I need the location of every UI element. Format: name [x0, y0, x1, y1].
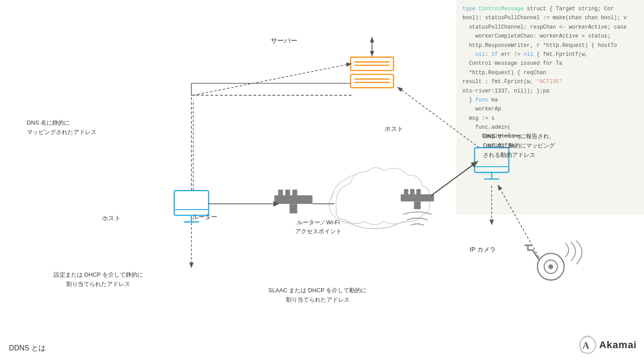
router-wifi-label: ルーター／Wi-Fi アクセスポイント	[295, 218, 342, 236]
dns-dynamic-line1: DNS サーバーに報告され、	[483, 133, 555, 139]
svg-rect-0	[351, 57, 394, 71]
svg-line-40	[193, 64, 351, 95]
akamai-text: Akamai	[599, 339, 637, 351]
svg-rect-23	[401, 194, 434, 202]
svg-rect-6	[174, 190, 209, 215]
svg-rect-14	[290, 204, 297, 213]
router-label: ルーター	[192, 212, 217, 222]
svg-point-34	[548, 265, 553, 269]
ip-camera-label: IP カメラ	[470, 245, 496, 254]
svg-line-41	[398, 88, 479, 147]
svg-rect-27	[414, 202, 421, 209]
addr-static-line1: 設定または DHCP を介して静的に	[54, 271, 143, 278]
addr-dynamic-label: SLAAC または DHCP を介して動的に 割り当てられたアドレス	[268, 286, 367, 305]
svg-rect-3	[351, 74, 394, 88]
dns-dynamic-line2: DNS 名に動的にマッピング	[483, 142, 555, 149]
dns-static-label: DNS 名に静的に マッピングされたアドレス	[27, 118, 97, 137]
svg-rect-13	[292, 189, 297, 196]
svg-rect-26	[416, 189, 421, 195]
network-diagram	[0, 0, 644, 362]
svg-line-48	[498, 186, 539, 257]
router-wifi-line1: ルーター／Wi-Fi	[297, 219, 339, 226]
akamai-logo: A Akamai	[575, 335, 637, 355]
ddns-label: DDNS とは	[9, 344, 46, 353]
server-label: サーバー	[271, 36, 297, 46]
svg-rect-10	[274, 195, 312, 204]
akamai-icon: A	[575, 335, 597, 355]
svg-line-47	[432, 162, 477, 195]
dns-static-line2: マッピングされたアドレス	[27, 129, 97, 135]
addr-dynamic-line1: SLAAC または DHCP を介して動的に	[268, 287, 367, 294]
addr-dynamic-line2: 割り当てられたアドレス	[286, 296, 350, 303]
svg-text:A: A	[582, 340, 589, 351]
svg-rect-11	[278, 189, 283, 196]
dns-static-line1: DNS 名に静的に	[27, 119, 70, 126]
addr-static-label: 設定または DHCP を介して静的に 割り当てられたアドレス	[54, 270, 143, 289]
dns-dynamic-line3: される動的アドレス	[483, 152, 535, 158]
dns-dynamic-label: DNS サーバーに報告され、 DNS 名に動的にマッピング される動的アドレス	[483, 132, 572, 160]
host-right-label: ホスト	[385, 124, 403, 134]
router-wifi-line2: アクセスポイント	[295, 228, 342, 235]
svg-rect-12	[285, 189, 290, 196]
svg-rect-24	[404, 189, 408, 195]
svg-rect-25	[410, 189, 415, 195]
addr-static-line2: 割り当てられたアドレス	[66, 281, 130, 287]
host-left-label: ホスト	[102, 214, 121, 223]
